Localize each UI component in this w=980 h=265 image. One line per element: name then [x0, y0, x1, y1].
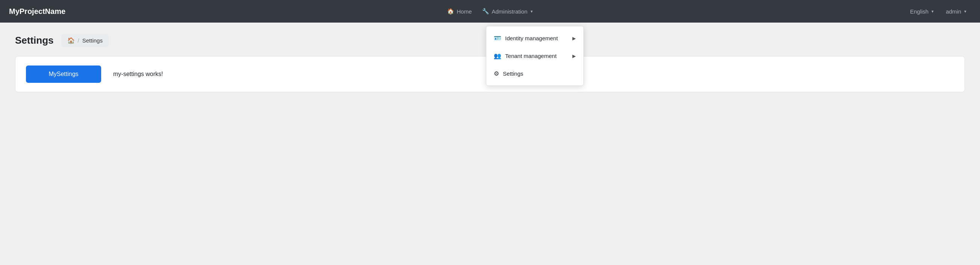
language-selector[interactable]: English ▾ [905, 5, 938, 18]
tenant-chevron-right-icon: ▶ [572, 53, 576, 59]
nav-admin-label: Administration [492, 8, 527, 15]
brand-logo[interactable]: MyProjectName [9, 7, 65, 16]
identity-icon: 🪪 [494, 35, 501, 42]
nav-admin-wrapper: 🔧 Administration ▾ 🪪 Identity management… [477, 5, 537, 18]
my-settings-button[interactable]: MySettings [26, 65, 101, 83]
admin-dropdown-menu: 🪪 Identity management ▶ 👥 Tenant managem… [486, 26, 584, 86]
navbar-right: English ▾ admin ▾ [905, 5, 971, 18]
settings-gear-icon: ⚙ [494, 70, 499, 77]
breadcrumb-home-icon: 🏠 [67, 37, 75, 44]
language-chevron-down-icon: ▾ [931, 9, 934, 14]
language-label: English [910, 8, 929, 15]
dropdown-item-tenant[interactable]: 👥 Tenant management ▶ [486, 47, 583, 65]
nav-admin-button[interactable]: 🔧 Administration ▾ [477, 5, 537, 18]
navbar: MyProjectName 🏠 Home 🔧 Administration ▾ … [0, 0, 980, 22]
breadcrumb-separator: / [78, 37, 80, 44]
settings-label: Settings [503, 70, 523, 77]
breadcrumb: 🏠 / Settings [61, 34, 109, 47]
user-chevron-down-icon: ▾ [964, 9, 966, 14]
identity-chevron-right-icon: ▶ [572, 36, 576, 41]
nav-home-label: Home [457, 8, 472, 15]
wrench-icon: 🔧 [482, 8, 489, 15]
tenant-management-label: Tenant management [505, 53, 557, 59]
home-icon: 🏠 [447, 8, 454, 15]
user-menu-button[interactable]: admin ▾ [941, 5, 971, 18]
breadcrumb-current: Settings [82, 37, 103, 44]
user-label: admin [946, 8, 961, 15]
card-content-text: my-settings works! [113, 71, 163, 78]
admin-chevron-down-icon: ▾ [531, 9, 533, 14]
page-title: Settings [15, 35, 54, 46]
identity-management-label: Identity management [505, 35, 558, 42]
dropdown-item-settings[interactable]: ⚙ Settings [486, 65, 583, 83]
nav-home[interactable]: 🏠 Home [442, 5, 476, 18]
tenant-icon: 👥 [494, 52, 501, 59]
dropdown-item-identity[interactable]: 🪪 Identity management ▶ [486, 29, 583, 47]
